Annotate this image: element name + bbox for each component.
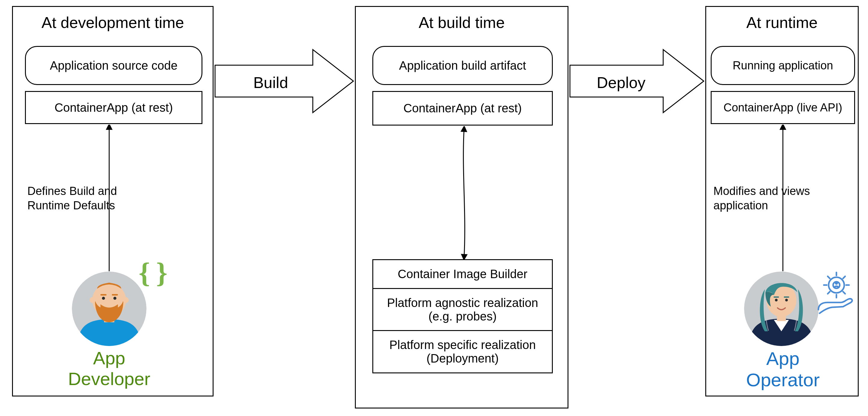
arrow-build-bidirectional (455, 126, 473, 260)
annotation-modifies-views: Modifies and views application (713, 184, 825, 213)
svg-point-7 (102, 297, 105, 300)
svg-line-29 (828, 276, 830, 278)
big-arrow-build-label: Build (241, 74, 301, 92)
svg-point-24 (835, 282, 838, 285)
box-containerapp-rest-dev: ContainerApp (at rest) (25, 91, 203, 124)
panel-title-development: At development time (13, 13, 213, 32)
avatar-app-developer (71, 271, 147, 346)
svg-point-19 (785, 299, 788, 302)
svg-point-18 (775, 299, 778, 302)
svg-rect-21 (784, 297, 789, 298)
svg-point-5 (90, 297, 96, 303)
box-build-stack: Container Image Builder Platform agnosti… (372, 259, 553, 373)
stack-row-image-builder: Container Image Builder (373, 260, 552, 288)
svg-text:{: { (138, 261, 150, 288)
box-running-application: Running application (711, 46, 855, 85)
svg-rect-10 (112, 294, 118, 296)
persona-label-developer: App Developer (52, 348, 166, 389)
stack-row-platform-specific: Platform specific realization (Deploymen… (373, 330, 552, 373)
box-application-source-code: Application source code (25, 46, 203, 85)
panel-development-time: At development time Application source c… (12, 6, 214, 396)
avatar-app-operator (744, 271, 819, 346)
ops-gear-hand-icon (813, 271, 857, 315)
stack-row-platform-agnostic: Platform agnostic realization (e.g. prob… (373, 288, 552, 331)
panel-build-time: At build time Application build artifact… (355, 6, 568, 409)
svg-rect-9 (100, 294, 106, 296)
panel-title-build: At build time (356, 13, 567, 32)
code-braces-icon: { } (136, 261, 172, 288)
big-arrow-deploy-label: Deploy (588, 74, 654, 92)
persona-label-operator: App Operator (739, 348, 827, 391)
annotation-defines-defaults: Defines Build and Runtime Defaults (27, 184, 136, 213)
box-containerapp-live-api: ContainerApp (live API) (711, 91, 855, 124)
svg-line-32 (843, 292, 845, 294)
svg-point-22 (829, 277, 844, 293)
svg-point-8 (114, 297, 116, 300)
svg-line-30 (843, 276, 845, 278)
panel-runtime: At runtime Running application Container… (705, 6, 859, 396)
box-containerapp-rest-build: ContainerApp (at rest) (372, 91, 553, 126)
svg-text:}: } (156, 261, 167, 288)
svg-rect-20 (774, 297, 779, 298)
box-application-build-artifact: Application build artifact (372, 46, 553, 85)
panel-title-runtime: At runtime (706, 13, 858, 32)
svg-line-31 (828, 292, 830, 294)
svg-point-6 (123, 297, 129, 303)
diagram-stage: At development time Application source c… (0, 0, 868, 416)
